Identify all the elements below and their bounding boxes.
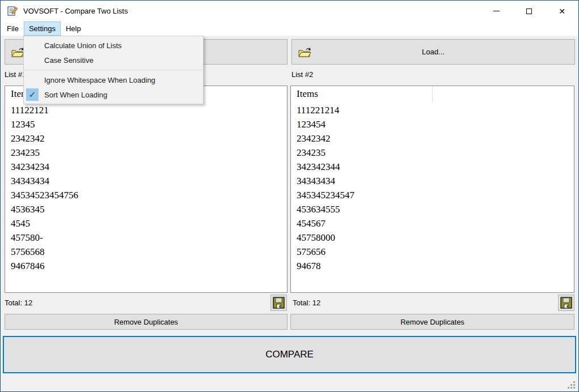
menu-separator: [24, 70, 202, 70]
list1-total: Total: 12: [5, 299, 32, 307]
window-title: VOVSOFT - Compare Two Lists: [23, 1, 128, 22]
window-controls: ✕: [480, 1, 578, 22]
list-item[interactable]: 9467846: [5, 259, 287, 273]
list-item[interactable]: 453634555: [291, 202, 574, 216]
list-item[interactable]: 2342342: [5, 131, 287, 146]
compare-button[interactable]: COMPARE: [3, 336, 576, 373]
list-item[interactable]: 34234234: [5, 160, 287, 174]
list2-rows: 111221214 123454 2342342 234235 34234234…: [291, 101, 574, 273]
floppy-disk-icon: [560, 297, 572, 309]
load-button-label: Load...: [422, 48, 445, 56]
resize-grip[interactable]: [568, 381, 576, 389]
open-folder-icon: [11, 47, 24, 59]
maximize-icon: [526, 8, 532, 14]
remove-duplicates-label: Remove Duplicates: [400, 318, 464, 326]
column-header-items[interactable]: Items: [291, 86, 433, 101]
listview-header: Items: [291, 86, 574, 101]
app-icon: [7, 6, 18, 16]
minimize-button[interactable]: [480, 1, 513, 22]
list-item[interactable]: 342342344: [291, 160, 574, 174]
settings-dropdown-menu: Calculate Union of Lists Case Sensitive …: [23, 36, 204, 104]
list-item[interactable]: 575656: [291, 245, 574, 259]
list-item[interactable]: 45758000: [291, 231, 574, 245]
list-item[interactable]: 2342342: [291, 131, 574, 146]
list-item[interactable]: 4545: [5, 216, 287, 231]
menu-item-label: Sort When Loading: [44, 91, 107, 99]
menu-item-calculate-union[interactable]: Calculate Union of Lists: [24, 38, 203, 53]
list-item[interactable]: 345345234547: [291, 188, 574, 202]
list-item[interactable]: 34343434: [291, 174, 574, 188]
list-item[interactable]: 123454: [291, 117, 574, 131]
list-item[interactable]: 34343434: [5, 174, 287, 188]
menubar: File Settings Help: [1, 22, 578, 36]
list-item[interactable]: 454567: [291, 216, 574, 231]
menu-settings[interactable]: Settings: [24, 22, 61, 36]
save-list1-button[interactable]: [271, 295, 287, 311]
listview-list2: Items 111221214 123454 2342342 234235 34…: [290, 86, 574, 293]
list-item[interactable]: 5756568: [5, 245, 287, 259]
menu-file[interactable]: File: [2, 22, 24, 36]
list-item[interactable]: 12345: [5, 117, 287, 131]
compare-button-label: COMPARE: [265, 349, 314, 360]
list-item[interactable]: 4536345: [5, 202, 287, 216]
save-list2-button[interactable]: [558, 295, 574, 311]
check-glyph: ✓: [29, 90, 36, 100]
list-item[interactable]: 111221214: [291, 103, 574, 117]
load-button-list2[interactable]: Load...: [291, 39, 575, 65]
list2-total: Total: 12: [293, 299, 320, 307]
check-icon: ✓: [26, 88, 39, 101]
list-item[interactable]: 234235: [291, 146, 574, 160]
list-item[interactable]: 11122121: [5, 103, 287, 117]
close-button[interactable]: ✕: [546, 1, 578, 22]
menu-item-case-sensitive[interactable]: Case Sensitive: [24, 53, 203, 67]
list-item[interactable]: 94678: [291, 259, 574, 273]
open-folder-icon: [298, 47, 311, 59]
list1-rows: 11122121 12345 2342342 234235 34234234 3…: [5, 101, 287, 273]
close-icon: ✕: [559, 7, 565, 15]
titlebar: VOVSOFT - Compare Two Lists ✕: [1, 1, 578, 22]
list-item[interactable]: 34534523454756: [5, 188, 287, 202]
list-item[interactable]: 457580-: [5, 231, 287, 245]
list-item[interactable]: 234235: [5, 146, 287, 160]
minimize-icon: [493, 11, 500, 11]
list2-label: List #2: [291, 70, 313, 79]
remove-duplicates-list2-button[interactable]: Remove Duplicates: [290, 314, 574, 330]
menu-help[interactable]: Help: [61, 22, 86, 36]
listview-list1: Items 11122121 12345 2342342 234235 3423…: [5, 86, 288, 293]
menu-item-sort-when-loading[interactable]: ✓ Sort When Loading: [24, 87, 203, 102]
floppy-disk-icon: [273, 297, 285, 309]
statusbar: [1, 374, 578, 391]
maximize-button[interactable]: [513, 1, 546, 22]
app-window: VOVSOFT - Compare Two Lists ✕ File Setti…: [0, 0, 579, 392]
remove-duplicates-list1-button[interactable]: Remove Duplicates: [5, 314, 288, 330]
remove-duplicates-label: Remove Duplicates: [114, 318, 178, 326]
menu-item-ignore-whitespace[interactable]: Ignore Whitespace When Loading: [24, 73, 203, 87]
